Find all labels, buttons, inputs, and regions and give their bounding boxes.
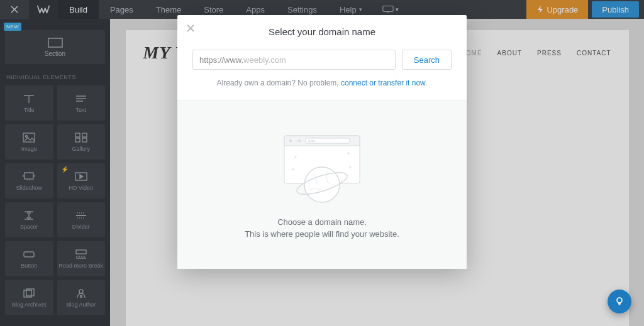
svg-point-21 — [295, 156, 297, 158]
domain-suffix: weebly.com — [243, 55, 286, 65]
modal-title: Select your domain name — [177, 15, 467, 50]
svg-point-25 — [617, 298, 622, 303]
help-bubble-button[interactable] — [608, 290, 631, 313]
close-icon — [186, 24, 195, 33]
domain-input[interactable] — [286, 55, 389, 65]
domain-search-button[interactable]: Search — [402, 50, 452, 70]
lightbulb-icon — [614, 296, 625, 307]
modal-close-button[interactable] — [186, 24, 195, 35]
svg-point-22 — [350, 166, 352, 168]
domain-input-wrapper[interactable]: https://www.weebly.com — [192, 50, 396, 70]
svg-point-18 — [289, 139, 292, 142]
svg-text:www.: www. — [308, 138, 317, 143]
already-own-text: Already own a domain? No problem, connec… — [177, 79, 467, 100]
svg-point-23 — [304, 167, 340, 202]
modal-line2: This is where people will find your webs… — [190, 229, 454, 239]
domain-prefix: https://www. — [199, 55, 243, 65]
domain-modal: Select your domain name https://www.weeb… — [177, 15, 467, 269]
browser-planet-illustration: www. — [278, 132, 366, 207]
connect-transfer-link[interactable]: connect or transfer it now — [341, 79, 425, 87]
modal-line1: Choose a domain name. — [190, 217, 454, 227]
